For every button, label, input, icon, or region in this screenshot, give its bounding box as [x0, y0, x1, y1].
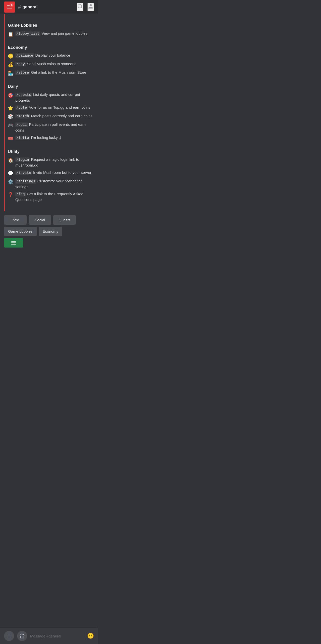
match-icon: 🎲: [8, 113, 13, 120]
quests-text: /quests List daily quests and current pr…: [15, 92, 94, 103]
store-icon: 🏪: [8, 70, 13, 77]
vote-desc: Vote for us on Top.gg and earn coins: [29, 105, 90, 109]
plus-icon: +: [7, 632, 11, 639]
faq-text: /faq Get a link to the Frequently Asked …: [15, 191, 94, 203]
social-button[interactable]: Social: [29, 215, 51, 225]
store-desc: Get a link to the Mushroom Store: [31, 70, 86, 74]
poll-icon: 🎮: [8, 122, 13, 129]
button-row-3: [4, 238, 94, 248]
poll-mono: /poll: [15, 123, 28, 127]
svg-rect-3: [11, 242, 16, 243]
pay-icon: 💰: [8, 61, 13, 68]
buttons-area: Intro Social Quests Game Lobbies Economy: [0, 211, 98, 253]
gift-button[interactable]: [17, 631, 27, 641]
svg-line-1: [81, 7, 82, 8]
settings-command: ⚙️ /settings Customize your notification…: [8, 178, 94, 190]
gift-icon: [20, 633, 25, 638]
plus-button[interactable]: +: [4, 631, 14, 641]
economy-title: Economy: [8, 44, 94, 51]
channel-title: general: [22, 5, 37, 10]
header-icons: [77, 3, 94, 11]
emoji-icon: 🙂: [87, 633, 94, 639]
vote-command: ⭐ /vote Vote for us on Top.gg and earn c…: [8, 105, 94, 112]
invite-icon: 💬: [8, 170, 13, 177]
pay-mono: /pay: [15, 62, 26, 66]
message-content: Game Lobbies 📋 /lobby list View and join…: [5, 14, 98, 211]
settings-icon: ⚙️: [8, 179, 13, 185]
notification-badge: 5: [10, 3, 14, 7]
lobby-list-command: 📋 /lobby list View and join game lobbies: [8, 31, 94, 38]
quests-command: 🎯 /quests List daily quests and current …: [8, 92, 94, 103]
balance-desc: Display your balance: [35, 53, 70, 57]
invite-command: 💬 /invite Invite Mushroom bot to your se…: [8, 170, 94, 177]
store-mono: /store: [15, 70, 30, 75]
balance-text: /balance Display your balance: [15, 53, 70, 58]
lotto-icon: 🎟️: [8, 135, 13, 142]
intro-button[interactable]: Intro: [4, 215, 27, 225]
message-input[interactable]: [30, 634, 84, 638]
login-icon: 🏠: [8, 157, 13, 164]
store-command: 🏪 /store Get a link to the Mushroom Stor…: [8, 70, 94, 77]
lobby-list-desc: View and join game lobbies: [42, 31, 87, 35]
bottom-bar: + 🙂: [0, 628, 98, 644]
lotto-desc: I'm feeling lucky :): [31, 135, 61, 140]
invite-desc: Invite Mushroom bot to your server: [33, 170, 91, 175]
faq-icon: ❓: [8, 191, 13, 198]
settings-text: /settings Customize your notification se…: [15, 178, 94, 190]
quests-button[interactable]: Quests: [53, 215, 76, 225]
quests-mono: /quests: [15, 93, 32, 97]
daily-title: Daily: [8, 83, 94, 90]
header: 5 # general: [0, 0, 98, 14]
invite-text: /invite Invite Mushroom bot to your serv…: [15, 170, 91, 176]
lotto-command: 🎟️ /lotto I'm feeling lucky :): [8, 135, 94, 142]
lotto-mono: /lotto: [15, 136, 30, 140]
vote-text: /vote Vote for us on Top.gg and earn coi…: [15, 105, 90, 110]
vote-icon: ⭐: [8, 105, 13, 112]
match-mono: /match: [15, 114, 30, 118]
button-row-1: Intro Social Quests: [4, 215, 94, 225]
settings-mono: /settings: [15, 179, 36, 184]
channel-name-area: # general: [18, 4, 77, 10]
pay-desc: Send Mush coins to someone: [27, 62, 77, 66]
quests-icon: 🎯: [8, 92, 13, 99]
lotto-text: /lotto I'm feeling lucky :): [15, 135, 61, 141]
menu-button[interactable]: 5: [4, 2, 15, 13]
content-area: Game Lobbies 📋 /lobby list View and join…: [0, 14, 98, 211]
svg-rect-2: [11, 241, 16, 242]
login-mono: /login: [15, 157, 30, 162]
login-text: /login Request a magic login link to mus…: [15, 157, 94, 168]
search-button[interactable]: [77, 3, 83, 11]
list-icon: 📋: [8, 31, 13, 38]
match-desc: Match posts correctly and earn coins: [31, 114, 92, 118]
utility-title: Utility: [8, 148, 94, 155]
game-lobbies-button[interactable]: Game Lobbies: [4, 227, 37, 236]
poll-text: /poll Participate in poll events and ear…: [15, 122, 94, 133]
game-lobbies-title: Game Lobbies: [8, 22, 94, 29]
pay-text: /pay Send Mush coins to someone: [15, 61, 76, 67]
button-row-2: Game Lobbies Economy: [4, 227, 94, 236]
lobby-list-mono: /lobby list: [15, 31, 40, 36]
balance-command: 🪙 /balance Display your balance: [8, 53, 94, 60]
pay-command: 💰 /pay Send Mush coins to someone: [8, 61, 94, 68]
green-menu-button[interactable]: [4, 238, 23, 248]
hash-icon: #: [18, 4, 21, 10]
hamburger-green-icon: [11, 240, 16, 245]
store-text: /store Get a link to the Mushroom Store: [15, 70, 86, 75]
svg-rect-4: [11, 244, 16, 245]
profile-button[interactable]: [87, 3, 94, 11]
balance-mono: /balance: [15, 53, 34, 58]
economy-button[interactable]: Economy: [39, 227, 63, 236]
vote-mono: /vote: [15, 105, 28, 110]
match-text: /match Match posts correctly and earn co…: [15, 113, 92, 119]
balance-icon: 🪙: [8, 53, 13, 60]
faq-mono: /faq: [15, 192, 26, 196]
invite-mono: /invite: [15, 171, 32, 175]
poll-command: 🎮 /poll Participate in poll events and e…: [8, 122, 94, 133]
faq-command: ❓ /faq Get a link to the Frequently Aske…: [8, 191, 94, 203]
match-command: 🎲 /match Match posts correctly and earn …: [8, 113, 94, 120]
lobby-list-text: /lobby list View and join game lobbies: [15, 31, 87, 36]
login-command: 🏠 /login Request a magic login link to m…: [8, 157, 94, 168]
emoji-button[interactable]: 🙂: [87, 633, 94, 639]
